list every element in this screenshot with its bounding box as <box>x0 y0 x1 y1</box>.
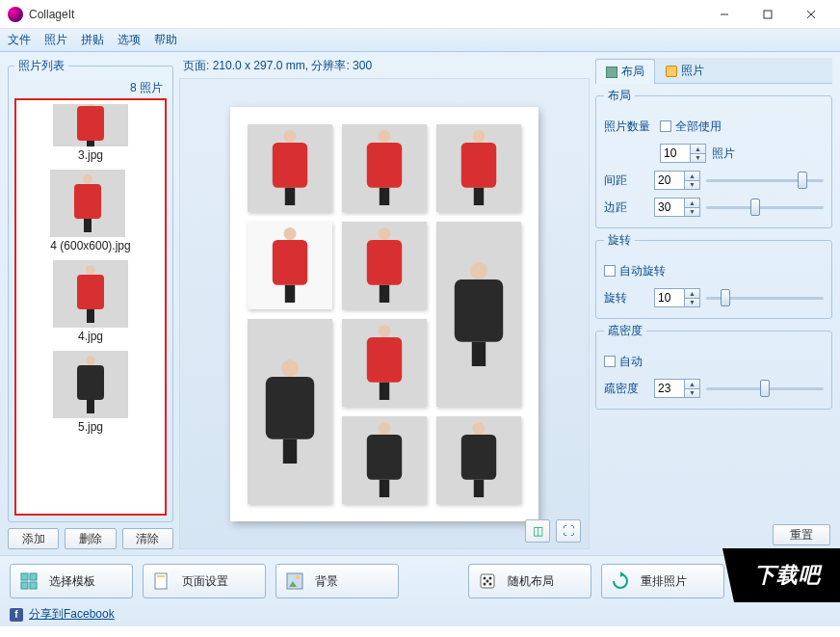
collage-cell[interactable] <box>248 319 332 504</box>
rotate-input[interactable] <box>655 289 684 306</box>
page-info: 页面: 210.0 x 297.0 mm, 分辨率: 300 <box>179 58 590 78</box>
background-icon <box>284 571 305 592</box>
spacing-slider[interactable] <box>706 172 824 189</box>
tab-layout[interactable]: 布局 <box>595 59 655 84</box>
canvas-area[interactable]: ◫ ⛶ <box>179 78 590 549</box>
reset-row: 重置 <box>595 520 832 549</box>
spin-down-icon[interactable]: ▼ <box>685 389 699 398</box>
auto-density-checkbox[interactable]: 自动 <box>604 354 643 370</box>
background-label: 背景 <box>315 573 338 590</box>
list-item[interactable]: 3.jpg <box>53 104 128 168</box>
spin-down-icon[interactable]: ▼ <box>685 181 699 190</box>
svg-rect-5 <box>30 573 37 580</box>
template-label: 选择模板 <box>49 573 95 590</box>
use-all-checkbox[interactable]: 全部使用 <box>660 119 722 135</box>
svg-point-17 <box>484 583 486 586</box>
collage-cell[interactable] <box>436 124 521 212</box>
right-panel: 布局 照片 布局 照片数量 全部使用 ▲▼ 照片 间距 ▲▼ 边距 ▲▼ <box>595 58 832 549</box>
collage-canvas[interactable] <box>230 107 538 521</box>
collage-cell[interactable] <box>248 124 332 212</box>
list-item[interactable]: 4 (600x600).jpg <box>50 170 130 258</box>
tab-photo[interactable]: 照片 <box>655 58 715 83</box>
menu-help[interactable]: 帮助 <box>154 32 177 48</box>
rotate-slider[interactable] <box>706 289 824 306</box>
menu-options[interactable]: 选项 <box>118 32 141 48</box>
photo-count-spinner[interactable]: ▲▼ <box>660 144 706 163</box>
collage-cell[interactable] <box>436 416 521 504</box>
reshuffle-button[interactable]: 重排照片 <box>601 564 724 598</box>
thumbnail-image <box>53 260 128 328</box>
spin-up-icon[interactable]: ▲ <box>685 380 699 389</box>
spin-up-icon[interactable]: ▲ <box>685 199 699 208</box>
facebook-link[interactable]: 分享到Facebook <box>29 606 115 623</box>
layout-group: 布局 照片数量 全部使用 ▲▼ 照片 间距 ▲▼ 边距 ▲▼ <box>595 88 832 228</box>
auto-rotate-label: 自动旋转 <box>619 263 666 279</box>
clear-button[interactable]: 清除 <box>122 528 173 549</box>
use-all-label: 全部使用 <box>675 119 722 135</box>
spin-up-icon[interactable]: ▲ <box>691 145 705 154</box>
refresh-icon <box>610 571 631 592</box>
thumbnail-list[interactable]: 3.jpg 4 (600x600).jpg 4.jpg 5.jpg <box>14 98 167 516</box>
collage-cell[interactable] <box>342 416 427 504</box>
spin-up-icon[interactable]: ▲ <box>685 172 699 181</box>
density-input[interactable] <box>655 380 684 397</box>
density-group-title: 疏密度 <box>604 323 646 339</box>
bottom-toolbar: 选择模板 页面设置 背景 随机布局 重排照片 输出 f 分享到Facebook <box>0 555 840 626</box>
collage-cell[interactable] <box>342 124 427 212</box>
list-buttons: 添加 删除 清除 <box>8 528 173 549</box>
random-layout-button[interactable]: 随机布局 <box>468 564 591 598</box>
reset-button[interactable]: 重置 <box>773 524 830 545</box>
menu-collage[interactable]: 拼贴 <box>81 32 104 48</box>
minimize-button[interactable] <box>702 1 746 28</box>
page-setup-button[interactable]: 页面设置 <box>143 564 266 598</box>
crop-button[interactable]: ◫ <box>525 519 550 543</box>
delete-button[interactable]: 删除 <box>65 528 116 549</box>
menu-file[interactable]: 文件 <box>8 32 31 48</box>
collage-cell[interactable] <box>342 319 427 407</box>
layout-group-title: 布局 <box>604 88 635 104</box>
menu-photo[interactable]: 照片 <box>44 32 67 48</box>
margin-input[interactable] <box>655 199 684 216</box>
spacing-label: 间距 <box>604 173 648 189</box>
spin-down-icon[interactable]: ▼ <box>685 299 699 307</box>
close-button[interactable] <box>789 1 832 28</box>
spacing-spinner[interactable]: ▲▼ <box>654 171 700 190</box>
rotate-spinner[interactable]: ▲▼ <box>654 288 700 307</box>
spin-down-icon[interactable]: ▼ <box>691 154 705 163</box>
svg-point-18 <box>489 583 492 586</box>
thumbnail-image <box>50 170 125 237</box>
fit-icon: ⛶ <box>563 524 574 538</box>
margin-spinner[interactable]: ▲▼ <box>654 198 700 217</box>
spacing-input[interactable] <box>655 172 684 189</box>
density-slider[interactable] <box>706 380 824 397</box>
facebook-icon: f <box>10 608 23 622</box>
svg-rect-4 <box>21 573 28 580</box>
svg-marker-19 <box>620 571 624 577</box>
watermark: 下载吧 <box>734 548 840 602</box>
spin-down-icon[interactable]: ▼ <box>685 208 699 217</box>
collage-cell[interactable] <box>342 222 427 309</box>
density-spinner[interactable]: ▲▼ <box>654 379 700 398</box>
fit-button[interactable]: ⛶ <box>556 519 581 543</box>
auto-rotate-checkbox[interactable]: 自动旋转 <box>604 263 666 279</box>
reshuffle-label: 重排照片 <box>641 573 687 590</box>
photo-count-input[interactable] <box>661 145 690 162</box>
menubar: 文件 照片 拼贴 选项 帮助 <box>0 29 840 52</box>
dice-icon <box>477 571 498 592</box>
auto-density-label: 自动 <box>619 354 643 370</box>
spin-up-icon[interactable]: ▲ <box>685 289 699 299</box>
rotate-group-title: 旋转 <box>604 232 635 249</box>
density-label: 疏密度 <box>604 381 648 397</box>
photo-count-label: 照片数量 <box>604 119 654 135</box>
add-button[interactable]: 添加 <box>8 528 59 549</box>
list-item[interactable]: 4.jpg <box>53 260 128 349</box>
template-button[interactable]: 选择模板 <box>10 564 133 598</box>
thumbnail-label: 3.jpg <box>53 146 128 168</box>
background-button[interactable]: 背景 <box>276 564 399 598</box>
app-icon <box>8 7 23 22</box>
collage-cell[interactable] <box>436 222 521 407</box>
margin-slider[interactable] <box>706 199 824 216</box>
maximize-button[interactable] <box>746 1 789 28</box>
list-item[interactable]: 5.jpg <box>53 351 128 439</box>
collage-cell[interactable] <box>248 222 332 309</box>
